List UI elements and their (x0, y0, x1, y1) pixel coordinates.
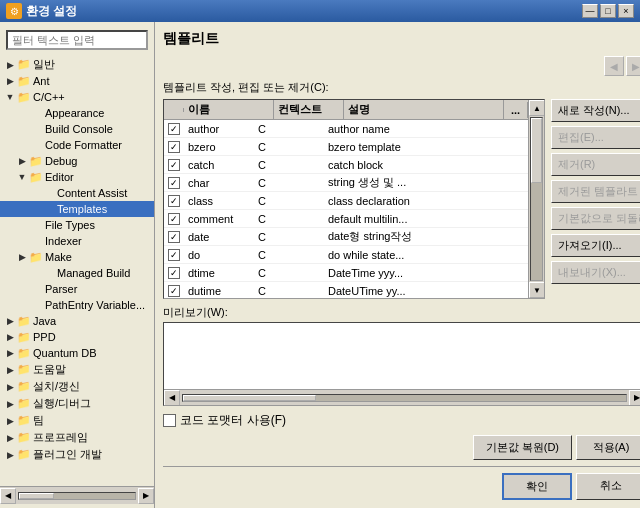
preview-scroll-right[interactable]: ▶ (629, 390, 640, 406)
row-checkbox-9[interactable] (164, 284, 184, 298)
filter-input[interactable] (6, 30, 148, 50)
tree-item-team[interactable]: ▶📁팀 (0, 412, 154, 429)
row-checkbox-6[interactable] (164, 230, 184, 244)
tree-item-setup[interactable]: ▶📁설치/갱신 (0, 378, 154, 395)
scroll-right-button[interactable]: ▶ (138, 488, 154, 504)
tree-item-codeformatter[interactable]: Code Formatter (0, 137, 154, 153)
expand-icon-setup[interactable]: ▶ (4, 381, 16, 393)
confirm-button[interactable]: 확인 (502, 473, 572, 500)
tree-item-quantumdb[interactable]: ▶📁Quantum DB (0, 345, 154, 361)
expand-icon-indexer (16, 235, 28, 247)
preview-hscroll-track[interactable] (182, 394, 627, 402)
table-row[interactable]: dateCdate형 string작성 (164, 228, 528, 246)
scroll-left-button[interactable]: ◀ (0, 488, 16, 504)
format-checkbox[interactable] (163, 414, 176, 427)
tree-item-help[interactable]: ▶📁도움말 (0, 361, 154, 378)
row-checkbox-8[interactable] (164, 266, 184, 280)
expand-icon-ppd[interactable]: ▶ (4, 331, 16, 343)
expand-icon-framework[interactable]: ▶ (4, 432, 16, 444)
nav-forward-button[interactable]: ▶ (626, 56, 640, 76)
tree-item-contentassist[interactable]: Content Assist (0, 185, 154, 201)
expand-icon-make[interactable]: ▶ (16, 251, 28, 263)
row-checkbox-2[interactable] (164, 158, 184, 172)
tree-item-templates[interactable]: Templates (0, 201, 154, 217)
row-name-7: do (184, 248, 254, 262)
tree-item-indexer[interactable]: Indexer (0, 233, 154, 249)
scroll-track[interactable] (18, 492, 136, 500)
table-row[interactable]: dutimeCDateUTime yy... (164, 282, 528, 298)
restore-defaults-button[interactable]: 기본값 복원(D) (473, 435, 572, 460)
import-button[interactable]: 가져오기(I)... (551, 234, 640, 257)
row-context-2: C (254, 158, 324, 172)
cancel-button[interactable]: 취소 (576, 473, 640, 500)
row-checkbox-5[interactable] (164, 212, 184, 226)
tree-label-managedbuild: Managed Build (57, 267, 130, 279)
tree-label-buildconsole: Build Console (45, 123, 113, 135)
tree-item-appearance[interactable]: Appearance (0, 105, 154, 121)
vscroll-track[interactable] (530, 117, 543, 281)
left-scrollbar: ◀ ▶ (0, 486, 154, 504)
minimize-button[interactable]: — (582, 4, 598, 18)
th-more[interactable]: ... (504, 102, 528, 118)
apply-button[interactable]: 적용(A) (576, 435, 640, 460)
table-row[interactable]: catchCcatch block (164, 156, 528, 174)
expand-icon-debug[interactable]: ▶ (16, 155, 28, 167)
expand-icon-plugindev[interactable]: ▶ (4, 449, 16, 461)
expand-icon-managedbuild (28, 267, 40, 279)
tree-item-editor[interactable]: ▼📁Editor (0, 169, 154, 185)
tree-item-filetypes[interactable]: File Types (0, 217, 154, 233)
tree-item-ppd[interactable]: ▶📁PPD (0, 329, 154, 345)
expand-icon-rundebug[interactable]: ▶ (4, 398, 16, 410)
nav-back-button[interactable]: ◀ (604, 56, 624, 76)
expand-icon-help[interactable]: ▶ (4, 364, 16, 376)
tree-label-general: 일반 (33, 57, 55, 72)
checkbox-icon-2 (168, 159, 180, 171)
table-row[interactable]: charCstring 생성 및 ... (164, 174, 528, 192)
vscroll-down-button[interactable]: ▼ (529, 282, 545, 298)
maximize-button[interactable]: □ (600, 4, 616, 18)
table-row[interactable]: authorCauthor name (164, 120, 528, 138)
tree-label-framework: 프로프레임 (33, 430, 88, 445)
th-check (164, 108, 184, 112)
table-row[interactable]: commentCdefault multilin... (164, 210, 528, 228)
tree-item-pathentry[interactable]: PathEntry Variable... (0, 297, 154, 313)
tree-item-framework[interactable]: ▶📁프로프레임 (0, 429, 154, 446)
panel-title: 템플리트 (163, 30, 640, 48)
preview-hscroll: ◀ ▶ (164, 389, 640, 405)
tree-item-make[interactable]: ▶📁Make (0, 249, 154, 265)
row-checkbox-7[interactable] (164, 248, 184, 262)
expand-icon-quantumdb[interactable]: ▶ (4, 347, 16, 359)
tree-node-icon-ant: 📁 (17, 74, 31, 88)
tree-item-parser[interactable]: Parser (0, 281, 154, 297)
tree-item-java[interactable]: ▶📁Java (0, 313, 154, 329)
tree-label-cpp: C/C++ (33, 91, 65, 103)
expand-icon-java[interactable]: ▶ (4, 315, 16, 327)
vscroll-up-button[interactable]: ▲ (529, 100, 545, 116)
tree-item-general[interactable]: ▶📁일반 (0, 56, 154, 73)
row-checkbox-0[interactable] (164, 122, 184, 136)
new-button[interactable]: 새로 작성(N)... (551, 99, 640, 122)
preview-scroll-left[interactable]: ◀ (164, 390, 180, 406)
tree-item-managedbuild[interactable]: Managed Build (0, 265, 154, 281)
tree-item-ant[interactable]: ▶📁Ant (0, 73, 154, 89)
row-checkbox-4[interactable] (164, 194, 184, 208)
table-row[interactable]: doCdo while state... (164, 246, 528, 264)
tree-node-icon-pathentry (29, 298, 43, 312)
table-row[interactable]: bzeroCbzero template (164, 138, 528, 156)
tree-item-cpp[interactable]: ▼📁C/C++ (0, 89, 154, 105)
row-desc-5: default multilin... (324, 212, 528, 226)
vscroll-thumb (531, 118, 542, 183)
table-row[interactable]: dtimeCDateTime yyy... (164, 264, 528, 282)
table-row[interactable]: classCclass declaration (164, 192, 528, 210)
tree-item-plugindev[interactable]: ▶📁플러그인 개발 (0, 446, 154, 463)
expand-icon-ant[interactable]: ▶ (4, 75, 16, 87)
expand-icon-general[interactable]: ▶ (4, 59, 16, 71)
expand-icon-team[interactable]: ▶ (4, 415, 16, 427)
row-checkbox-3[interactable] (164, 176, 184, 190)
tree-item-debug[interactable]: ▶📁Debug (0, 153, 154, 169)
close-button[interactable]: × (618, 4, 634, 18)
row-context-4: C (254, 194, 324, 208)
row-checkbox-1[interactable] (164, 140, 184, 154)
tree-item-rundebug[interactable]: ▶📁실행/디버그 (0, 395, 154, 412)
tree-item-buildconsole[interactable]: Build Console (0, 121, 154, 137)
